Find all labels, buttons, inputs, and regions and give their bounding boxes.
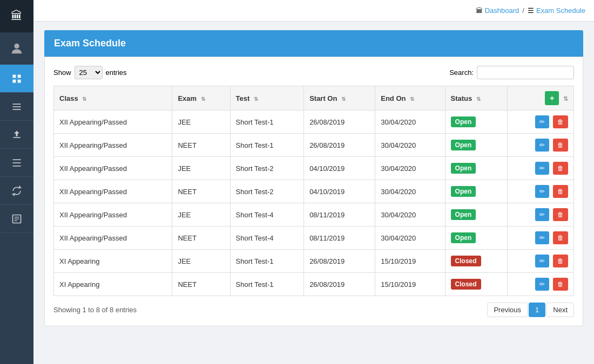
cell-exam: NEET xyxy=(172,226,230,250)
th-status[interactable]: Status ⇅ xyxy=(445,86,508,111)
cell-status: Open xyxy=(445,226,508,250)
status-badge: Open xyxy=(451,209,476,220)
sort-icon-status: ⇅ xyxy=(476,96,481,102)
cell-end-on: 30/04/2020 xyxy=(375,180,445,203)
page-title: Exam Schedule xyxy=(44,30,583,57)
cell-start-on: 26/08/2019 xyxy=(304,134,375,157)
cell-class: XII Appearing/Passed xyxy=(54,180,172,203)
delete-button[interactable]: 🗑 xyxy=(553,139,568,152)
cell-exam: NEET xyxy=(172,134,230,157)
edit-button[interactable]: ✏ xyxy=(535,231,549,244)
table-row: XII Appearing/Passed JEE Short Test-1 26… xyxy=(54,111,574,134)
th-end-on[interactable]: End On ⇅ xyxy=(375,86,445,111)
cell-test: Short Test-2 xyxy=(230,157,304,180)
cell-start-on: 04/10/2019 xyxy=(304,157,375,180)
main-content: 🏛 Dashboard / ☰ Exam Schedule Exam Sched… xyxy=(33,0,594,364)
topnav-dashboard-link[interactable]: Dashboard xyxy=(485,6,519,15)
svg-rect-5 xyxy=(13,104,21,105)
status-badge: Open xyxy=(451,232,476,243)
table-row: XII Appearing/Passed JEE Short Test-2 04… xyxy=(54,157,574,180)
entries-select[interactable]: 10 25 50 100 xyxy=(75,66,103,79)
cell-status: Open xyxy=(445,203,508,226)
table-row: XII Appearing/Passed NEET Short Test-2 0… xyxy=(54,180,574,203)
show-entries: Show 10 25 50 100 entries xyxy=(53,66,127,79)
cell-start-on: 26/08/2019 xyxy=(304,250,375,273)
status-badge: Open xyxy=(451,163,476,174)
th-start-on[interactable]: Start On ⇅ xyxy=(304,86,375,111)
cell-test: Short Test-2 xyxy=(230,180,304,203)
cell-start-on: 26/08/2019 xyxy=(304,273,375,296)
delete-button[interactable]: 🗑 xyxy=(553,185,568,198)
cell-start-on: 04/10/2019 xyxy=(304,180,375,203)
delete-button[interactable]: 🗑 xyxy=(553,231,568,244)
sidebar: 🏛 xyxy=(0,0,33,364)
edit-button[interactable]: ✏ xyxy=(535,139,549,152)
cell-end-on: 30/04/2020 xyxy=(375,134,445,157)
sidebar-item-reports[interactable] xyxy=(0,205,33,233)
sort-icon-actions: ⇅ xyxy=(563,95,568,102)
delete-button[interactable]: 🗑 xyxy=(553,255,568,267)
table-controls: Show 10 25 50 100 entries Search: xyxy=(53,66,574,79)
topnav-current-link[interactable]: Exam Schedule xyxy=(536,6,585,15)
topnav-list-icon: ☰ xyxy=(528,6,534,15)
table-row: XI Appearing JEE Short Test-1 26/08/2019… xyxy=(54,250,574,273)
delete-button[interactable]: 🗑 xyxy=(553,162,568,175)
previous-button[interactable]: Previous xyxy=(487,303,528,317)
table-header-row: Class ⇅ Exam ⇅ Test ⇅ Start On ⇅ End On … xyxy=(54,86,574,111)
topnav-dashboard-icon: 🏛 xyxy=(476,6,483,15)
add-button[interactable]: + xyxy=(545,91,559,105)
cell-actions: ✏ 🗑 xyxy=(508,273,574,296)
cell-class: XII Appearing/Passed xyxy=(54,134,172,157)
status-badge: Closed xyxy=(451,279,481,290)
topnav-separator: / xyxy=(522,6,524,15)
search-input[interactable] xyxy=(477,66,574,79)
svg-rect-2 xyxy=(18,74,21,78)
cell-status: Open xyxy=(445,134,508,157)
cell-class: XII Appearing/Passed xyxy=(54,157,172,180)
cell-start-on: 26/08/2019 xyxy=(304,111,375,134)
page-1-button[interactable]: 1 xyxy=(529,303,545,317)
sidebar-item-menu[interactable] xyxy=(0,149,33,177)
svg-rect-6 xyxy=(13,106,21,107)
sidebar-item-list[interactable] xyxy=(0,93,33,121)
edit-button[interactable]: ✏ xyxy=(535,115,549,128)
th-exam[interactable]: Exam ⇅ xyxy=(172,86,230,111)
delete-button[interactable]: 🗑 xyxy=(553,208,568,221)
cell-status: Open xyxy=(445,111,508,134)
entries-label: entries xyxy=(106,68,127,77)
th-actions: + ⇅ xyxy=(508,86,574,111)
edit-button[interactable]: ✏ xyxy=(535,185,549,198)
cell-start-on: 08/11/2019 xyxy=(304,203,375,226)
sidebar-item-upload[interactable] xyxy=(0,121,33,149)
edit-button[interactable]: ✏ xyxy=(535,162,549,175)
sort-icon-start: ⇅ xyxy=(341,96,346,102)
cell-test: Short Test-1 xyxy=(230,250,304,273)
pagination-info: Showing 1 to 8 of 8 entries xyxy=(53,306,137,314)
topnav: 🏛 Dashboard / ☰ Exam Schedule xyxy=(33,0,594,22)
sidebar-avatar xyxy=(0,32,33,65)
edit-button[interactable]: ✏ xyxy=(535,255,549,267)
sort-icon-end: ⇅ xyxy=(410,96,414,102)
show-label: Show xyxy=(53,68,71,77)
cell-actions: ✏ 🗑 xyxy=(508,111,574,134)
svg-rect-10 xyxy=(13,162,21,163)
cell-status: Open xyxy=(445,180,508,203)
th-class[interactable]: Class ⇅ xyxy=(54,86,172,111)
cell-class: XI Appearing xyxy=(54,273,172,296)
page-content: Exam Schedule Show 10 25 50 100 entries … xyxy=(33,22,594,364)
cell-actions: ✏ 🗑 xyxy=(508,180,574,203)
th-test[interactable]: Test ⇅ xyxy=(230,86,304,111)
delete-button[interactable]: 🗑 xyxy=(553,278,568,291)
cell-end-on: 15/10/2019 xyxy=(375,273,445,296)
pagination-buttons: Previous 1 Next xyxy=(487,303,574,317)
cell-end-on: 30/04/2020 xyxy=(375,226,445,250)
sort-icon-test: ⇅ xyxy=(254,96,258,102)
cell-class: XII Appearing/Passed xyxy=(54,203,172,226)
edit-button[interactable]: ✏ xyxy=(535,278,549,291)
cell-exam: NEET xyxy=(172,180,230,203)
next-button[interactable]: Next xyxy=(546,303,574,317)
sidebar-item-dashboard[interactable] xyxy=(0,65,33,93)
edit-button[interactable]: ✏ xyxy=(535,208,549,221)
delete-button[interactable]: 🗑 xyxy=(553,115,568,128)
sidebar-item-refresh[interactable] xyxy=(0,177,33,205)
